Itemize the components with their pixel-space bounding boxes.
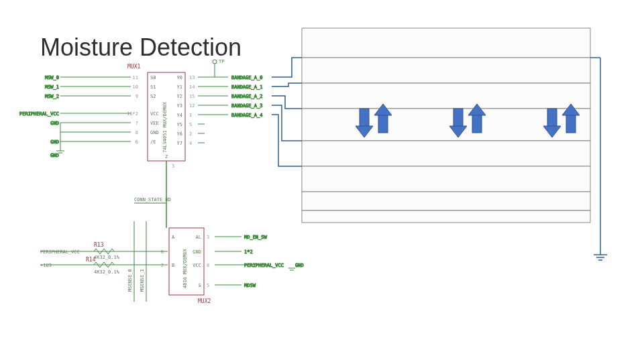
svg-text:MUX1: MUX1	[127, 64, 140, 70]
svg-text:8: 8	[207, 263, 209, 268]
svg-rect-1	[302, 28, 590, 58]
svg-text:1: 1	[189, 113, 192, 118]
svg-text:Y6: Y6	[177, 131, 182, 137]
svg-text:4K32_0.1%: 4K32_0.1%	[94, 255, 120, 260]
svg-text:GND: GND	[50, 153, 59, 158]
svg-text:PERIPHERAL_VCC: PERIPHERAL_VCC	[40, 249, 80, 255]
svg-text:VCC: VCC	[193, 263, 201, 268]
svg-text:Z: Z	[165, 154, 168, 160]
svg-text:S2: S2	[150, 94, 156, 99]
svg-rect-5	[302, 141, 590, 166]
svg-text:MSENSE_1: MSENSE_1	[140, 269, 145, 292]
svg-rect-7	[302, 192, 590, 210]
svg-text:CONN_STATE_BD: CONN_STATE_BD	[134, 197, 171, 202]
svg-text:BANDAGE_A_0: BANDAGE_A_0	[231, 75, 262, 80]
svg-text:4K32_0.1%: 4K32_0.1%	[94, 269, 120, 275]
mux1-left-nets: MSW_0 MSW_1 MSW_2 PERIPHERAL_VCC GND GND…	[19, 75, 131, 158]
svg-text:3: 3	[172, 164, 174, 169]
svg-text:BANDAGE_A_2: BANDAGE_A_2	[231, 94, 262, 99]
ground-icon	[594, 255, 607, 260]
test-point: TP	[213, 59, 224, 77]
svg-rect-6	[302, 166, 590, 192]
svg-text:B: B	[172, 263, 174, 268]
svg-text:MSENSE_0: MSENSE_0	[127, 269, 133, 292]
svg-text:1*2: 1*2	[244, 249, 253, 255]
svg-text:Y2: Y2	[177, 94, 182, 99]
svg-text:5: 5	[189, 122, 192, 127]
svg-text:6: 6	[161, 249, 164, 255]
svg-text:VEE: VEE	[150, 121, 159, 126]
svg-text:14: 14	[189, 84, 195, 90]
resistor-network: R13 4K32_0.1% PERIPHERAL_VCC R14 4K32_0.…	[40, 161, 168, 302]
svg-text:5: 5	[207, 283, 209, 288]
svg-text:S1: S1	[150, 84, 156, 90]
svg-text:Y1: Y1	[177, 84, 182, 90]
page-title: Moisture Detection	[40, 34, 241, 62]
svg-text:Y3: Y3	[177, 103, 182, 109]
svg-text:GND: GND	[50, 139, 59, 145]
svg-text:2: 2	[161, 263, 164, 268]
svg-text:BANDAGE_A_3: BANDAGE_A_3	[231, 103, 262, 109]
svg-rect-8	[302, 210, 590, 223]
sensor-grid	[302, 28, 590, 223]
svg-text:6: 6	[136, 139, 138, 145]
svg-text:Y4: Y4	[177, 113, 182, 118]
svg-text:+1U3: +1U3	[40, 263, 52, 268]
svg-text:MD_EN_SW: MD_EN_SW	[244, 235, 268, 240]
svg-text:MSW_0: MSW_0	[45, 75, 59, 80]
svg-text:BANDAGE_A_1: BANDAGE_A_1	[231, 84, 262, 90]
svg-text:12: 12	[189, 103, 195, 109]
svg-text:GND: GND	[193, 249, 201, 255]
svg-text:4016 MUX/DEMUX: 4016 MUX/DEMUX	[182, 248, 188, 288]
svg-text:4: 4	[189, 141, 192, 146]
mux2-right-nets: MD_EN_SW 1*2 PERIPHERAL_VCC MDSW GND	[215, 235, 304, 288]
svg-text:MSW_1: MSW_1	[45, 84, 59, 90]
svg-text:Y0: Y0	[177, 75, 182, 80]
svg-text:R14: R14	[86, 257, 96, 263]
svg-rect-3	[302, 83, 590, 109]
svg-text:8: 8	[136, 130, 138, 135]
svg-text:PERIPHERAL_VCC: PERIPHERAL_VCC	[19, 111, 59, 117]
svg-text:3: 3	[207, 235, 209, 240]
svg-text:R13: R13	[94, 242, 104, 248]
svg-text:PERIPHERAL_VCC: PERIPHERAL_VCC	[244, 263, 284, 268]
svg-text:15: 15	[189, 94, 195, 99]
svg-text:BANDAGE_A_4: BANDAGE_A_4	[231, 113, 262, 118]
svg-text:7: 7	[136, 121, 138, 126]
svg-text:74LV4051 MUX/DEMUX: 74LV4051 MUX/DEMUX	[162, 101, 168, 153]
bandage-routing	[272, 58, 302, 166]
svg-text:MDSW: MDSW	[244, 283, 256, 288]
svg-text:Y5: Y5	[177, 122, 182, 127]
svg-rect-2	[302, 58, 590, 83]
svg-text:GND: GND	[50, 121, 59, 126]
mux2-chip: MUX2 4016 MUX/DEMUX A 6 2 B AL3 GND VCC8…	[161, 228, 211, 304]
svg-text:S0: S0	[150, 75, 156, 80]
svg-text:9: 9	[136, 94, 138, 99]
svg-text:13: 13	[189, 75, 195, 80]
svg-text:MSW_2: MSW_2	[45, 94, 59, 99]
svg-text:16*2: 16*2	[127, 111, 138, 117]
svg-text:Y7: Y7	[177, 141, 182, 146]
svg-text:VCC: VCC	[150, 111, 159, 117]
mux1-chip: MUX1 74LV4051 MUX/DEMUX 11S0 10S1 9S2 16…	[127, 64, 195, 169]
grid-ground	[590, 58, 607, 260]
svg-text:/E: /E	[150, 139, 156, 145]
svg-text:GND: GND	[295, 263, 304, 268]
svg-text:AL: AL	[196, 235, 201, 240]
gnd-symbol-icon	[288, 268, 295, 270]
svg-text:GND: GND	[150, 130, 159, 135]
svg-text:11: 11	[133, 75, 138, 80]
svg-text:2: 2	[189, 131, 192, 137]
svg-text:10: 10	[133, 84, 138, 90]
svg-text:MUX2: MUX2	[198, 298, 211, 304]
mux1-right-nets: BANDAGE_A_0 BANDAGE_A_1 BANDAGE_A_2 BAND…	[198, 75, 262, 143]
svg-text:S: S	[199, 283, 201, 288]
